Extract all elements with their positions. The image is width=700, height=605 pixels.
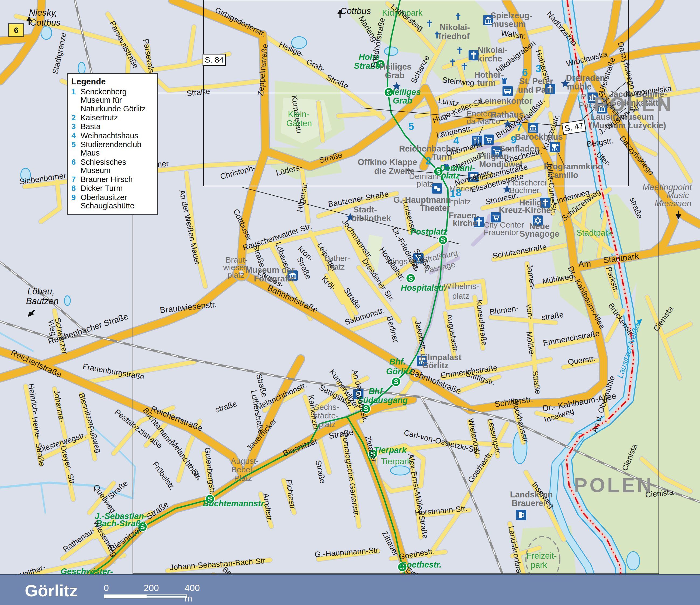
map-label: Landskron — [510, 490, 553, 499]
map-label: August- — [231, 456, 258, 465]
map-label: Löbau, — [27, 286, 55, 296]
legend-item: 7Brauner Hirsch — [71, 175, 154, 184]
map-label: städte- — [314, 411, 339, 420]
map-label: Platz — [234, 474, 252, 483]
map-label: Bautzen — [26, 296, 58, 306]
legend-item: 2Kaisertrutz — [71, 114, 154, 122]
map-label: Postplatz — [410, 227, 448, 237]
map-label: 2 — [425, 155, 431, 167]
scale-400: 400 m — [184, 583, 200, 604]
legend-item: 9Oberlausitzer Schauglashütte — [71, 193, 154, 210]
map-label: 3 — [535, 63, 541, 74]
legend-item: 1Senckenberg Museum für Naturkunde Görli… — [71, 88, 154, 113]
map-label: platz — [452, 291, 469, 300]
legend-item-number: 6 — [71, 158, 80, 175]
map-label: Freizeit- — [526, 551, 557, 560]
map-label: Büchtemannstr. — [203, 499, 266, 508]
legend-item-label: Schlesisches Museum — [80, 158, 154, 175]
legend-title: Legende — [71, 77, 154, 87]
scale-200: 200 — [144, 583, 159, 593]
route-badge: 6 — [9, 24, 24, 37]
legend-item-label: Oberlausitzer Schauglashütte — [80, 193, 154, 210]
map-label: die Zweite — [374, 166, 415, 176]
svg-text:S. 84: S. 84 — [205, 55, 224, 64]
svg-text:S: S — [441, 236, 445, 244]
map-label: mühle — [567, 82, 592, 91]
map-label: Görlitz — [386, 367, 413, 376]
legend-item-number: 8 — [71, 184, 80, 193]
map-label: platz — [328, 262, 345, 271]
map-label: Görlitz — [422, 361, 449, 370]
legend-item: 6Schlesisches Museum — [71, 158, 154, 175]
map-label: 7 — [516, 122, 522, 133]
svg-text:6: 6 — [14, 26, 19, 34]
museum-icon — [528, 123, 538, 133]
legend-item: 4Weihnachtshaus — [71, 131, 154, 140]
bus-icon — [502, 86, 513, 96]
legend-item-number: 9 — [71, 193, 80, 210]
map-label: Bhf. — [389, 357, 405, 366]
map-label: Hospitalstr. — [401, 283, 447, 292]
map-label: Messiaen — [655, 198, 692, 208]
scale-bar: 0 200 400 m — [104, 583, 193, 598]
legend-item-number: 4 — [71, 131, 80, 140]
map-label: Heiliges — [389, 87, 421, 97]
map-label: Gärten — [286, 119, 312, 128]
map-label: Theater — [420, 203, 450, 213]
map-label: POLEN — [574, 474, 654, 497]
legend-item-label: Brauner Hirsch — [80, 175, 132, 184]
map-label: Leinenkontor — [480, 96, 532, 106]
map-label: Nikolai- — [440, 23, 470, 32]
map-label: Offkino Klappe — [358, 158, 417, 167]
beer-icon — [516, 510, 526, 520]
legend-item-label: Basta — [80, 122, 100, 131]
legend-item-number: 1 — [71, 88, 80, 113]
map-label: park — [531, 560, 547, 570]
map-label: platz — [227, 270, 244, 279]
map-label: Frauentor — [484, 228, 519, 237]
legend-box: Legende 1Senckenberg Museum für Naturkun… — [67, 73, 158, 215]
map-label: Wilhelms- — [444, 282, 479, 291]
map-label: St. Peter — [519, 77, 553, 86]
map-label: 8 — [456, 187, 461, 198]
map-label: Brauerei — [512, 499, 546, 508]
map-label: museum — [492, 19, 526, 29]
legend-item: 5Studierendenclub Maus — [71, 141, 154, 158]
bottom-bar: Görlitz 0 200 400 m — [0, 574, 700, 605]
map-title: Görlitz — [25, 581, 78, 600]
legend-item-label: Studierendenclub Maus — [80, 141, 154, 158]
map-label: Bhf. — [369, 387, 385, 396]
svg-text:S: S — [408, 274, 413, 282]
map-label: Klein- — [288, 110, 309, 119]
cinema-icon — [550, 142, 560, 152]
legend-item-number: 3 — [71, 122, 80, 131]
map-label: Cottbus — [30, 18, 60, 27]
tram-stop-icon[interactable]: S — [439, 235, 448, 244]
map-label: kirche — [477, 54, 502, 63]
map-label: kirche — [453, 218, 477, 228]
map-label: platz — [417, 179, 433, 188]
map-label: Sechs- — [314, 403, 339, 411]
map-label: Barockhaus — [515, 132, 562, 142]
map-label: Am — [578, 259, 591, 269]
legend-item-label: Kaisertrutz — [80, 114, 118, 122]
legend-item-label: Senckenberg Museum für Naturkunde Görlit… — [80, 88, 154, 113]
tram-stop-icon[interactable]: S — [406, 274, 415, 283]
shopping-cart-icon — [484, 135, 494, 145]
tram-stop-icon[interactable]: S — [392, 377, 401, 386]
map-label: Fotografie — [254, 274, 295, 283]
legend-item-number: 5 — [71, 141, 80, 158]
map-label: friedhof — [439, 31, 470, 41]
scale-0: 0 — [104, 583, 109, 593]
legend-item-number: 7 — [71, 175, 80, 184]
map-label: Cottbus — [340, 6, 371, 16]
map-label: Tierpark — [374, 445, 407, 455]
map-label: Niesky, — [29, 7, 57, 18]
map-label: 1 — [450, 188, 455, 199]
page-badge: S. 84 — [203, 54, 226, 66]
map-label: turm — [477, 78, 496, 88]
map-label: Heiliges — [380, 62, 412, 71]
map-label: Synagoge — [520, 229, 559, 239]
map-label: Tierpark — [381, 457, 411, 466]
map-page: SSSSSSSSSSSS6S. 84S. 89S. 47 Niesky,Cott… — [0, 0, 700, 605]
